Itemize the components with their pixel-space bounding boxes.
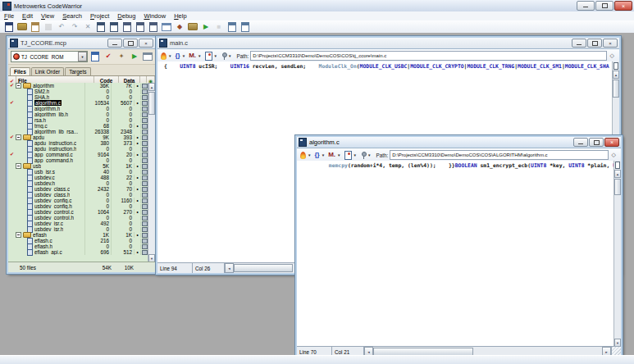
chevron-down-icon[interactable]: ▼ <box>353 153 357 157</box>
project-file-tree[interactable]: ✔algorithm36K7K•SM2.h00SHA.h00✔algorithm… <box>8 83 148 262</box>
duplicate-icon[interactable] <box>122 22 132 32</box>
target-link-icon[interactable] <box>142 216 148 221</box>
chevron-down-icon[interactable]: ▼ <box>367 153 371 157</box>
close-icon[interactable]: × <box>604 138 619 147</box>
check-syntax-icon[interactable]: ✔ <box>103 52 113 61</box>
undo-icon[interactable]: ↶ <box>57 22 66 32</box>
minimize-icon[interactable] <box>573 138 588 147</box>
menu-help[interactable]: Help <box>170 12 190 20</box>
target-link-icon[interactable] <box>142 164 148 169</box>
collapse-icon[interactable] <box>16 83 21 89</box>
tab-targets[interactable]: Targets <box>65 67 90 75</box>
target-link-icon[interactable] <box>142 204 148 209</box>
restore-icon[interactable] <box>587 39 602 48</box>
chevron-down-icon[interactable]: ▼ <box>168 54 171 58</box>
chevron-down-icon[interactable]: ▼ <box>182 54 185 58</box>
tab-link-order[interactable]: Link Order <box>31 67 64 75</box>
project-file-row[interactable]: usbdev_isr.h00 <box>8 226 148 232</box>
close-icon[interactable]: × <box>139 39 153 48</box>
chevron-down-icon[interactable]: ▼ <box>228 54 231 58</box>
target-link-icon[interactable] <box>142 233 148 238</box>
tab-files[interactable]: Files <box>10 67 30 75</box>
menu-edit[interactable]: Edit <box>18 12 37 20</box>
chevron-down-icon[interactable]: ▼ <box>198 54 201 58</box>
functions-menu-icon[interactable]: {} <box>314 152 319 158</box>
chevron-down-icon[interactable]: ▼ <box>78 52 87 61</box>
target-link-icon[interactable] <box>142 95 148 100</box>
target-link-icon[interactable] <box>142 130 148 134</box>
target-link-icon[interactable] <box>142 193 148 198</box>
target-link-icon[interactable] <box>142 244 148 249</box>
target-link-icon[interactable] <box>142 135 148 140</box>
run-target-icon[interactable]: ▶ <box>130 52 139 61</box>
menu-file[interactable]: File <box>0 12 18 20</box>
chevron-down-icon[interactable]: ▼ <box>214 54 217 58</box>
chevron-down-icon[interactable]: ▼ <box>308 153 311 157</box>
editor-titlebar[interactable]: main.c × <box>157 38 619 49</box>
file-dirty-icon[interactable] <box>205 52 212 61</box>
target-link-icon[interactable] <box>142 112 148 117</box>
open-folder-icon[interactable] <box>17 22 27 32</box>
pin-icon[interactable] <box>221 52 226 60</box>
message-window-icon[interactable] <box>162 22 171 32</box>
minimize-icon[interactable] <box>107 39 122 48</box>
functions-menu-icon[interactable]: {} <box>175 52 180 59</box>
copy-icon[interactable] <box>96 22 106 32</box>
collapse-icon[interactable] <box>16 232 21 238</box>
scrollbar-thumb[interactable] <box>234 264 293 272</box>
close-icon[interactable]: × <box>614 1 632 11</box>
editor-titlebar[interactable]: algorithm.c × <box>297 137 621 148</box>
menu-window[interactable]: Window <box>139 12 170 20</box>
diamond-icon[interactable]: ◇ <box>612 152 616 158</box>
target-link-icon[interactable] <box>142 175 148 180</box>
code-area[interactable]: memcpy(random+i*4, temp, (len%4)); }}BOO… <box>297 161 614 347</box>
target-link-icon[interactable] <box>142 221 148 226</box>
menu-search[interactable]: Search <box>58 12 86 20</box>
project-file-row[interactable]: algorithm_lib_rsa...263382348 <box>8 129 148 134</box>
compile-icon[interactable] <box>135 22 145 32</box>
target-link-icon[interactable] <box>142 227 148 232</box>
restore-icon[interactable] <box>589 138 604 147</box>
toolbox-icon[interactable]: ◆ <box>175 22 185 32</box>
scrollbar-thumb[interactable] <box>614 179 621 195</box>
pane-split-icon[interactable] <box>613 62 618 70</box>
open-file-icon[interactable] <box>30 22 40 32</box>
target-link-icon[interactable] <box>142 250 148 255</box>
source-menu-icon[interactable] <box>300 152 306 159</box>
project-file-row[interactable]: app_command.h00 <box>8 157 148 163</box>
target-link-icon[interactable] <box>142 170 148 175</box>
target-link-icon[interactable] <box>142 118 148 123</box>
chevron-down-icon[interactable]: ▼ <box>337 153 340 157</box>
project-folder-icon[interactable] <box>188 22 198 32</box>
menu-view[interactable]: View <box>37 12 58 20</box>
paste-icon[interactable] <box>109 22 119 32</box>
target-link-icon[interactable] <box>142 89 148 94</box>
target-link-icon[interactable] <box>142 152 148 157</box>
pane-split-icon[interactable] <box>615 162 620 169</box>
target-link-icon[interactable] <box>142 84 148 89</box>
restore-icon[interactable] <box>595 1 613 11</box>
minimize-icon[interactable] <box>572 39 586 48</box>
scrollbar-thumb[interactable] <box>613 80 619 98</box>
scroll-left-icon[interactable]: ◄ <box>225 263 234 273</box>
collapse-icon[interactable] <box>16 134 21 140</box>
file-dirty-icon[interactable] <box>344 151 352 160</box>
scroll-up-icon[interactable]: ▲ <box>614 170 621 178</box>
target-link-icon[interactable] <box>142 187 148 192</box>
scroll-up-icon[interactable]: ▲ <box>613 71 619 79</box>
diamond-icon[interactable]: ◇ <box>610 52 614 59</box>
bring-up-to-date-icon[interactable] <box>148 22 158 32</box>
source-menu-icon[interactable] <box>161 52 166 60</box>
target-link-icon[interactable] <box>142 147 148 152</box>
new-file-icon[interactable] <box>4 22 14 32</box>
collapse-icon[interactable] <box>16 163 21 169</box>
run-icon[interactable]: ▶ <box>201 22 211 32</box>
make-icon[interactable]: ✦ <box>116 52 126 61</box>
target-link-icon[interactable] <box>142 210 148 215</box>
target-link-icon[interactable] <box>142 107 148 111</box>
pin-icon[interactable] <box>360 152 366 159</box>
chevron-down-icon[interactable]: ▼ <box>322 153 325 157</box>
target-link-icon[interactable] <box>142 181 148 186</box>
redo-icon[interactable]: ↷ <box>70 22 80 32</box>
markers-menu-icon[interactable]: M. <box>328 152 335 158</box>
